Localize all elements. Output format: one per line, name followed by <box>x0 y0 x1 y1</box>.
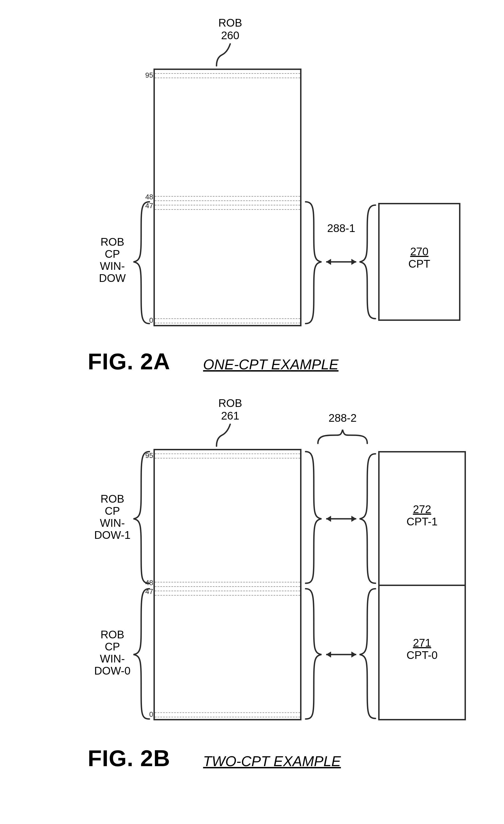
fig-subcaption-2a: ONE-CPT EXAMPLE <box>203 356 339 373</box>
cpt0-label: CPT-0 <box>380 649 465 661</box>
cpt1-label: CPT-1 <box>380 516 465 528</box>
cpt-box-2a: 270 CPT <box>378 203 461 321</box>
figure-2b: ROB 261 288-2 95 48 47 <box>11 397 493 771</box>
cpt1-box: 272 CPT-1 <box>378 451 466 586</box>
caption-row-2a: FIG. 2A ONE-CPT EXAMPLE <box>11 348 493 375</box>
fig-subcaption-2b: TWO-CPT EXAMPLE <box>203 753 341 769</box>
figure-2a: ROB 260 95 48 47 0 <box>11 16 493 375</box>
cpt0-num: 271 <box>380 637 465 649</box>
fig-caption-2a: FIG. 2A <box>88 348 170 375</box>
cpt-num-2a: 270 <box>380 245 459 258</box>
cpt-label-2a: CPT <box>380 258 459 270</box>
cpt1-num: 272 <box>380 503 465 516</box>
cpt0-box: 271 CPT-0 <box>378 585 466 720</box>
